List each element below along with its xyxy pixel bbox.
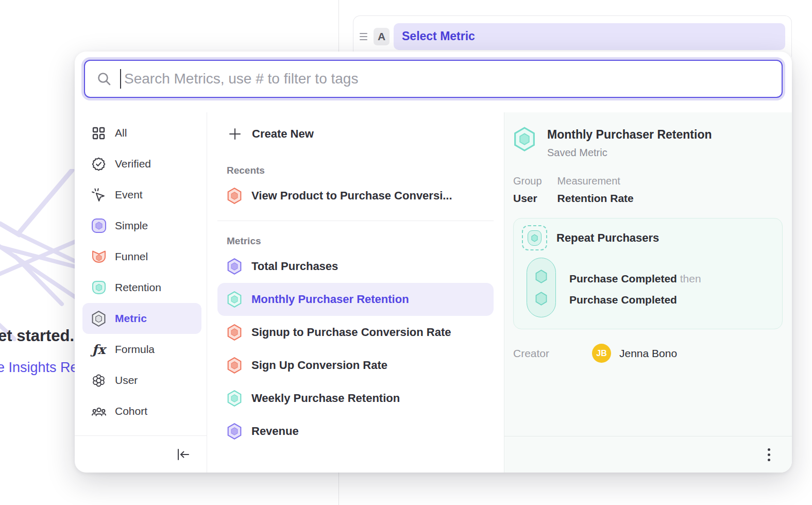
grid-icon [91,125,107,141]
background-heading-fragment: et started. [0,327,74,345]
measurement-value: Retention Rate [557,192,634,205]
search-icon [96,71,112,87]
sidebar-item-label: Verified [115,158,151,170]
metric-picker-modal: All Verified [75,52,792,473]
background-insights-link[interactable]: e Insights Re [0,360,78,376]
metric-hexagon-icon [227,324,242,341]
sidebar-item-label: Simple [115,220,148,232]
sidebar-item-funnel[interactable]: Funnel [82,241,201,272]
search-box[interactable] [84,60,783,98]
metric-hexagon-icon [91,311,107,327]
list-item-metric[interactable]: Weekly Purchase Retention [217,382,494,415]
sidebar-item-label: All [115,127,127,139]
metric-hexagon-icon [227,423,242,440]
verified-badge-icon [91,156,107,172]
decorative-line-chart [0,169,77,349]
sidebar-item-formula[interactable]: ƒx Formula [82,334,201,365]
breakdown-title: Repeat Purchasers [556,231,659,245]
sidebar-item-label: Retention [115,281,161,294]
detail-title: Monthly Purchaser Retention [547,128,712,142]
metric-hexagon-icon [227,188,242,204]
sidebar-item-metric[interactable]: Metric [82,303,201,334]
retention-step-icon [522,225,547,250]
query-builder-clause: A Select Metric [353,15,792,57]
sidebar-item-user[interactable]: User [82,365,201,396]
category-sidebar: All Verified [75,112,207,473]
sidebar-item-label: Event [115,189,143,201]
step-1: Purchase Completed then [569,268,701,289]
simple-icon [91,218,107,234]
step-2: Purchase Completed [569,289,701,310]
metric-hexagon-icon [227,291,242,308]
select-metric-button[interactable]: Select Metric [394,23,785,50]
recents-section-header: Recents [217,162,494,179]
cohort-people-icon [91,403,107,419]
list-divider [217,221,494,221]
sidebar-footer [75,435,207,473]
step-connector: then [680,273,701,284]
creator-row: Creator JB Jenna Bono [513,344,783,363]
metric-hexagon-icon [227,357,242,374]
creator-label: Creator [513,347,592,360]
list-item-metric[interactable]: Sign Up Conversion Rate [217,349,494,382]
list-item-metric[interactable]: Signup to Purchase Conversion Rate [217,316,494,349]
sidebar-item-label: Metric [115,312,147,325]
clause-letter-badge[interactable]: A [374,28,390,45]
creator-avatar: JB [592,344,611,363]
collapse-sidebar-button[interactable] [173,444,193,465]
sidebar-item-event[interactable]: Event [82,179,201,210]
list-item-metric[interactable]: Revenue [217,415,494,448]
sidebar-item-verified[interactable]: Verified [82,148,201,179]
creator-name: Jenna Bono [619,347,677,360]
sidebar-item-label: Funnel [115,250,148,263]
metric-detail-panel: Monthly Purchaser Retention Saved Metric… [504,112,792,473]
retention-icon [91,280,107,296]
metric-hexagon-icon [227,390,242,407]
more-options-button[interactable] [765,445,773,464]
measurement-field: Measurement Retention Rate [557,175,634,205]
user-cluster-icon [91,373,107,389]
sidebar-item-retention[interactable]: Retention [82,272,201,303]
sidebar-item-simple[interactable]: Simple [82,210,201,241]
detail-footer [504,436,792,473]
metrics-section-header: Metrics [217,232,494,250]
plus-icon [227,127,243,141]
text-caret [120,69,121,89]
group-field: Group User [513,175,542,205]
create-new-button[interactable]: Create New [217,117,494,150]
drag-handle-icon[interactable] [358,31,369,42]
sidebar-item-all[interactable]: All [82,117,201,148]
event-cursor-icon [91,187,107,203]
sidebar-item-cohort[interactable]: Cohort [82,396,201,427]
detail-subtitle: Saved Metric [547,147,712,159]
list-item-recent[interactable]: View Product to Purchase Conversi... [217,179,494,212]
formula-fx-icon: ƒx [91,342,107,358]
sidebar-item-label: User [115,374,138,386]
group-value: User [513,192,542,205]
measurement-label: Measurement [557,175,634,187]
collapse-left-icon [176,448,190,461]
metric-results-list: Create New Recents View Product to Purch… [207,112,504,473]
funnel-icon [91,249,107,265]
search-input[interactable] [124,71,770,87]
metric-hexagon-icon [513,127,536,152]
metric-hexagon-icon [227,258,242,275]
list-item-metric-selected[interactable]: Monthly Purchaser Retention [217,283,494,316]
event-sequence-capsule-icon [527,258,556,317]
sidebar-item-label: Formula [115,343,155,356]
metric-definition-card: Repeat Purchasers Purchase Completed the… [513,218,783,329]
group-label: Group [513,175,542,187]
sidebar-item-label: Cohort [115,405,147,417]
list-item-metric[interactable]: Total Purchases [217,250,494,283]
